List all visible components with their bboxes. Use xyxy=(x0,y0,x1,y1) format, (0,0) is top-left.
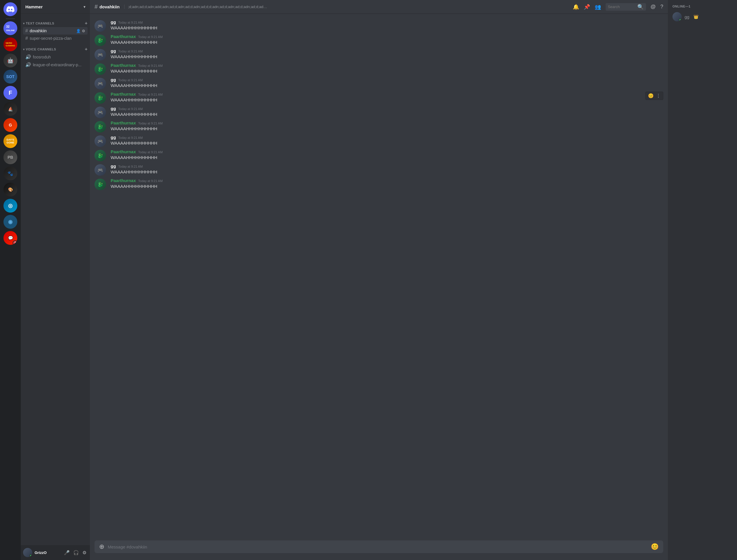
message-avatar: 🐉 xyxy=(95,92,106,104)
message-hover-actions: 😊 ⋮ xyxy=(645,92,663,100)
server-icon-11[interactable]: 🎨 xyxy=(3,183,17,196)
message-group: 🐉 Paarthurnax Today at 9:21 AM WAAAAHHHH… xyxy=(90,148,668,162)
message-group: 🎮 gg Today at 9:21 AM WAAAAHHHHHHHHHH 😊 … xyxy=(90,162,668,177)
message-author[interactable]: Paarthurnax xyxy=(111,149,136,154)
member-list-icon[interactable]: 👥 xyxy=(595,4,601,10)
notification-bell-icon[interactable]: 🔔 xyxy=(573,4,579,10)
message-meta: Paarthurnax Today at 9:21 AM xyxy=(111,178,663,183)
message-author[interactable]: Paarthurnax xyxy=(111,92,136,97)
member-badge-gg: 👑 xyxy=(693,14,698,19)
message-avatar: 🎮 xyxy=(95,49,106,60)
message-author[interactable]: Paarthurnax xyxy=(111,178,136,183)
voice-channels-category[interactable]: ▾ VOICE CHANNELS + xyxy=(21,42,90,53)
text-channels-category[interactable]: ▾ TEXT CHANNELS + xyxy=(21,16,90,27)
channel-item-dovahkiin[interactable]: # dovahkiin 👤 ⚙ xyxy=(23,27,88,35)
message-author[interactable]: gg xyxy=(111,20,116,24)
deafen-button[interactable]: 🎧 xyxy=(72,549,80,557)
message-author[interactable]: gg xyxy=(111,77,116,82)
message-text: WAAAAHHHHHHHHHH xyxy=(111,39,663,46)
message-content: Paarthurnax Today at 9:21 AM WAAAAHHHHHH… xyxy=(111,120,663,133)
discord-home-button[interactable] xyxy=(3,2,17,16)
search-icon: 🔍 xyxy=(637,4,644,10)
voice-channels-arrow: ▾ xyxy=(23,48,25,51)
server-header[interactable]: Hammer ▾ xyxy=(21,0,90,14)
react-button[interactable]: 😊 xyxy=(648,93,654,99)
message-timestamp: Today at 9:21 AM xyxy=(118,107,143,111)
server-icon-9[interactable]: PB xyxy=(3,150,17,164)
message-author[interactable]: gg xyxy=(111,164,116,169)
message-content: gg Today at 9:21 AM WAAAAHHHHHHHHHH xyxy=(111,77,663,89)
message-text: WAAAAHHHHHHHHHH xyxy=(111,169,663,175)
online-member-gg[interactable]: gg 👑 xyxy=(670,10,735,23)
server-icon-14[interactable]: 💬 3 xyxy=(3,231,17,245)
server-icon-10[interactable]: 🐾 xyxy=(3,167,17,180)
server-icon-13[interactable]: ◉ xyxy=(3,215,17,229)
message-group: 🐉 Paarthurnax Today at 9:21 AM WAAAAHHHH… xyxy=(90,119,668,134)
message-timestamp: Today at 9:21 AM xyxy=(118,165,143,168)
emoji-button[interactable]: 😊 xyxy=(651,543,659,550)
server-icon-4[interactable]: SOT xyxy=(3,70,17,84)
message-timestamp: Today at 9:21 AM xyxy=(138,122,163,125)
message-meta: Paarthurnax Today at 9:21 AM xyxy=(111,34,663,39)
message-input[interactable] xyxy=(108,544,647,549)
message-avatar: 🐉 xyxy=(95,63,106,75)
message-meta: Paarthurnax Today at 9:21 AM xyxy=(111,63,663,68)
search-input[interactable] xyxy=(608,5,636,9)
server-icon-12[interactable]: ◎ xyxy=(3,199,17,213)
message-author[interactable]: gg xyxy=(111,135,116,140)
message-author[interactable]: gg xyxy=(111,48,116,53)
channel-item-foosroduh[interactable]: 🔊 foosroduh xyxy=(23,53,88,61)
server-icon-1[interactable]: 32ONLINE xyxy=(3,21,17,35)
message-author[interactable]: Paarthurnax xyxy=(111,120,136,125)
server-icon-8[interactable]: DAY'SGONE xyxy=(3,134,17,148)
message-text: WAAAAHHHHHHHHHH xyxy=(111,155,663,161)
message-group: 🐉 Paarthurnax Today at 9:21 AM WAAAAHHHH… xyxy=(90,177,668,191)
voice-channels-label: VOICE CHANNELS xyxy=(26,48,56,51)
message-meta: gg Today at 9:21 AM xyxy=(111,106,663,111)
message-timestamp: Today at 9:21 AM xyxy=(118,50,143,53)
server-icon-2[interactable]: NERDGAMING xyxy=(3,37,17,51)
mention-icon[interactable]: @ xyxy=(651,4,656,10)
channel-settings-icon[interactable]: ⚙ xyxy=(82,29,85,33)
user-settings-button[interactable]: ⚙ xyxy=(81,549,88,557)
server-divider xyxy=(6,18,15,19)
server-icon-7[interactable]: G xyxy=(3,118,17,132)
message-group: 🎮 gg Today at 9:21 AM WAAAAHHHHHHHHHH 😊 … xyxy=(90,47,668,62)
message-group: 🎮 gg Today at 9:21 AM WAAAAHHHHHHHHHH 😊 … xyxy=(90,76,668,90)
main-chat-area: # dovahkiin ;d;adn;ad;d;adn;add;adn;ad;d… xyxy=(90,0,668,560)
message-author[interactable]: gg xyxy=(111,106,116,111)
message-author[interactable]: Paarthurnax xyxy=(111,63,136,68)
message-text: WAAAAHHHHHHHHHH xyxy=(111,126,663,132)
more-options-button[interactable]: ⋮ xyxy=(656,93,661,99)
active-channel-name: dovahkiin xyxy=(99,4,120,9)
channel-item-pizza-clan[interactable]: # super-secret-pizza-clan xyxy=(23,35,88,42)
add-attachment-button[interactable]: ⊕ xyxy=(99,543,104,550)
server-name: Hammer xyxy=(25,4,43,9)
message-text: WAAAAHHHHHHHHHH xyxy=(111,97,663,103)
message-author[interactable]: Paarthurnax xyxy=(111,34,136,39)
mute-microphone-button[interactable]: 🎤 xyxy=(63,549,71,557)
current-user-avatar xyxy=(23,548,32,557)
channel-item-league[interactable]: 🔊 league-of-extraordinary-p... xyxy=(23,61,88,69)
message-content: gg Today at 9:21 AM WAAAAHHHHHHHHHH xyxy=(111,20,663,32)
message-content: Paarthurnax Today at 9:21 AM WAAAAHHHHHH… xyxy=(111,149,663,161)
server-icon-5[interactable]: F xyxy=(3,86,17,100)
message-text: WAAAAHHHHHHHHHH xyxy=(111,140,663,146)
message-meta: gg Today at 9:21 AM xyxy=(111,48,663,53)
add-text-channel-button[interactable]: + xyxy=(85,21,88,26)
channel-invite-icon[interactable]: 👤 xyxy=(76,29,81,33)
help-icon[interactable]: ? xyxy=(660,4,663,10)
server-icon-6[interactable]: ⛵ xyxy=(3,102,17,116)
chat-channel-name: # dovahkiin xyxy=(95,3,120,10)
text-channels-arrow: ▾ xyxy=(23,22,25,25)
add-voice-channel-button[interactable]: + xyxy=(85,47,88,52)
search-box[interactable]: 🔍 xyxy=(606,3,646,11)
message-meta: Paarthurnax Today at 9:21 AM xyxy=(111,120,663,125)
message-avatar: 🐉 xyxy=(95,121,106,133)
server-icon-3[interactable]: 🤖 xyxy=(3,54,17,67)
pinned-messages-icon[interactable]: 📌 xyxy=(584,4,590,10)
message-avatar: 🎮 xyxy=(95,107,106,118)
message-text: WAAAAHHHHHHHHHH xyxy=(111,183,663,190)
channel-list: ▾ TEXT CHANNELS + # dovahkiin 👤 ⚙ # supe… xyxy=(21,14,90,545)
message-text: WAAAAHHHHHHHHHH xyxy=(111,25,663,31)
